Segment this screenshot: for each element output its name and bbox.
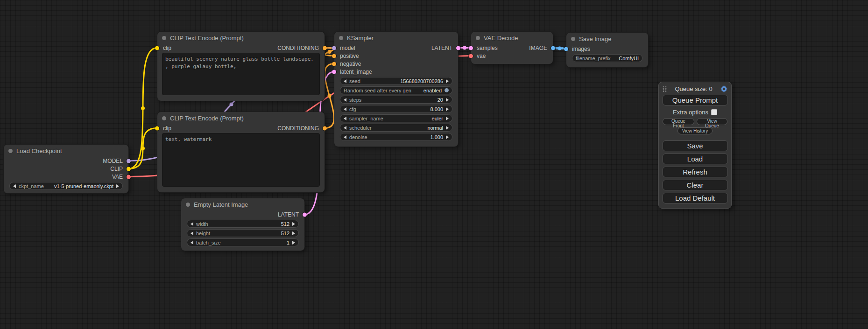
input-port-positive[interactable] bbox=[332, 54, 336, 58]
output-row-clip: CLIP bbox=[4, 165, 128, 173]
output-port-conditioning[interactable] bbox=[323, 126, 327, 130]
node-header[interactable]: CLIP Text Encode (Prompt) bbox=[157, 32, 325, 44]
save-button[interactable]: Save bbox=[663, 140, 728, 151]
collapse-dot[interactable] bbox=[476, 36, 480, 40]
prev-value-arrow-icon[interactable] bbox=[13, 184, 16, 188]
node-clip-text-encode-negative[interactable]: CLIP Text Encode (Prompt) clip CONDITION… bbox=[157, 112, 325, 192]
load-button[interactable]: Load bbox=[663, 154, 728, 164]
clear-button[interactable]: Clear bbox=[663, 180, 728, 190]
widget-value: enabled bbox=[423, 88, 442, 93]
input-port-model[interactable] bbox=[332, 46, 336, 50]
node-save-image[interactable]: Save Image images filename_prefix ComfyU… bbox=[566, 33, 648, 67]
decrement-arrow-icon[interactable] bbox=[191, 222, 193, 226]
increment-arrow-icon[interactable] bbox=[446, 107, 449, 111]
widget-ckpt-name[interactable]: ckpt_name v1-5-pruned-emaonly.ckpt bbox=[9, 182, 123, 190]
collapse-dot[interactable] bbox=[162, 36, 166, 40]
collapse-dot[interactable] bbox=[8, 149, 13, 153]
widget-batch-size[interactable]: batch_size 1 bbox=[187, 238, 299, 246]
port-label-positive: positive bbox=[340, 53, 359, 59]
widget-seed[interactable]: seed 156680208700286 bbox=[340, 77, 452, 85]
extra-options-checkbox[interactable] bbox=[711, 109, 717, 115]
next-value-arrow-icon[interactable] bbox=[446, 126, 449, 130]
next-value-arrow-icon[interactable] bbox=[116, 184, 119, 188]
widget-sampler-name[interactable]: sampler_name euler bbox=[340, 114, 452, 122]
node-header[interactable]: Save Image bbox=[566, 33, 648, 45]
decrement-arrow-icon[interactable] bbox=[344, 79, 346, 83]
port-row: vae bbox=[471, 52, 553, 60]
decrement-arrow-icon[interactable] bbox=[191, 231, 193, 235]
collapse-dot[interactable] bbox=[571, 37, 575, 41]
collapse-dot[interactable] bbox=[339, 36, 343, 40]
widget-name: denoise bbox=[349, 134, 367, 140]
queue-prompt-button[interactable]: Queue Prompt bbox=[663, 95, 728, 105]
port-row: samples IMAGE bbox=[471, 44, 553, 52]
collapse-dot[interactable] bbox=[162, 116, 166, 120]
widget-value: euler bbox=[432, 116, 443, 121]
increment-arrow-icon[interactable] bbox=[292, 241, 295, 245]
input-port-clip[interactable] bbox=[155, 46, 159, 50]
output-port-clip[interactable] bbox=[127, 167, 131, 171]
settings-gear-icon[interactable] bbox=[720, 85, 727, 92]
toggle-enabled-dot[interactable] bbox=[445, 88, 449, 92]
increment-arrow-icon[interactable] bbox=[446, 98, 449, 102]
decrement-arrow-icon[interactable] bbox=[344, 135, 346, 139]
increment-arrow-icon[interactable] bbox=[446, 79, 449, 83]
node-vae-decode[interactable]: VAE Decode samples IMAGE vae bbox=[471, 32, 553, 64]
queue-front-button[interactable]: Queue Front bbox=[663, 118, 694, 125]
output-port-conditioning[interactable] bbox=[323, 46, 327, 50]
positive-prompt-textarea[interactable]: beautiful scenery nature glass bottle la… bbox=[162, 53, 320, 95]
widget-denoise[interactable]: denoise 1.000 bbox=[340, 133, 452, 141]
increment-arrow-icon[interactable] bbox=[292, 231, 295, 235]
widget-scheduler[interactable]: scheduler normal bbox=[340, 124, 452, 132]
port-label-clip: clip bbox=[163, 125, 171, 132]
queue-panel[interactable]: Queue size: 0 Queue Prompt Extra options… bbox=[658, 82, 732, 209]
input-port-samples[interactable] bbox=[469, 46, 473, 50]
port-row: negative bbox=[334, 60, 458, 68]
output-port-model[interactable] bbox=[127, 159, 131, 163]
increment-arrow-icon[interactable] bbox=[446, 135, 449, 139]
input-port-vae[interactable] bbox=[469, 54, 473, 58]
widget-random-seed-toggle[interactable]: Random seed after every gen enabled bbox=[340, 86, 452, 94]
decrement-arrow-icon[interactable] bbox=[191, 241, 193, 245]
node-header[interactable]: VAE Decode bbox=[471, 32, 553, 44]
decrement-arrow-icon[interactable] bbox=[344, 107, 346, 111]
widget-cfg[interactable]: cfg 8.000 bbox=[340, 105, 452, 113]
output-port-latent[interactable] bbox=[456, 46, 460, 50]
output-port-vae[interactable] bbox=[127, 175, 131, 179]
refresh-button[interactable]: Refresh bbox=[663, 167, 728, 177]
output-port-latent[interactable] bbox=[303, 212, 307, 217]
collapse-dot[interactable] bbox=[186, 203, 190, 207]
next-value-arrow-icon[interactable] bbox=[446, 117, 449, 120]
load-default-button[interactable]: Load Default bbox=[663, 193, 728, 203]
prev-value-arrow-icon[interactable] bbox=[344, 126, 346, 130]
node-header[interactable]: Empty Latent Image bbox=[181, 198, 304, 210]
input-port-images[interactable] bbox=[564, 47, 568, 51]
output-port-image[interactable] bbox=[551, 46, 555, 50]
node-load-checkpoint[interactable]: Load Checkpoint MODEL CLIP VAE ckpt_name… bbox=[4, 145, 128, 193]
widget-name: batch_size bbox=[196, 240, 221, 245]
widget-steps[interactable]: steps 20 bbox=[340, 96, 452, 104]
port-label-latent-image: latent_image bbox=[340, 69, 372, 75]
node-header[interactable]: CLIP Text Encode (Prompt) bbox=[157, 112, 325, 124]
widget-width[interactable]: width 512 bbox=[187, 220, 299, 228]
input-port-latent-image[interactable] bbox=[332, 70, 336, 74]
view-queue-button[interactable]: View Queue bbox=[697, 118, 727, 125]
prev-value-arrow-icon[interactable] bbox=[344, 117, 346, 120]
view-history-button[interactable]: View History bbox=[677, 127, 713, 134]
graph-canvas[interactable]: Load Checkpoint MODEL CLIP VAE ckpt_name… bbox=[0, 0, 868, 329]
extra-options-row: Extra options bbox=[673, 109, 717, 116]
input-port-clip[interactable] bbox=[155, 126, 159, 130]
node-empty-latent-image[interactable]: Empty Latent Image LATENT width 512 heig… bbox=[181, 198, 304, 251]
negative-prompt-textarea[interactable]: text, watermark bbox=[162, 133, 320, 187]
widget-filename-prefix[interactable]: filename_prefix ComfyUI bbox=[572, 54, 642, 62]
increment-arrow-icon[interactable] bbox=[292, 222, 295, 226]
drag-handle-icon[interactable] bbox=[663, 86, 667, 92]
node-header[interactable]: KSampler bbox=[334, 32, 458, 44]
node-header[interactable]: Load Checkpoint bbox=[4, 145, 128, 157]
node-clip-text-encode-positive[interactable]: CLIP Text Encode (Prompt) clip CONDITION… bbox=[157, 32, 325, 101]
input-port-negative[interactable] bbox=[332, 62, 336, 66]
widget-height[interactable]: height 512 bbox=[187, 229, 299, 237]
widget-value: ComfyUI bbox=[619, 56, 639, 61]
node-ksampler[interactable]: KSampler model LATENT positive negative … bbox=[334, 32, 458, 147]
decrement-arrow-icon[interactable] bbox=[344, 98, 346, 102]
